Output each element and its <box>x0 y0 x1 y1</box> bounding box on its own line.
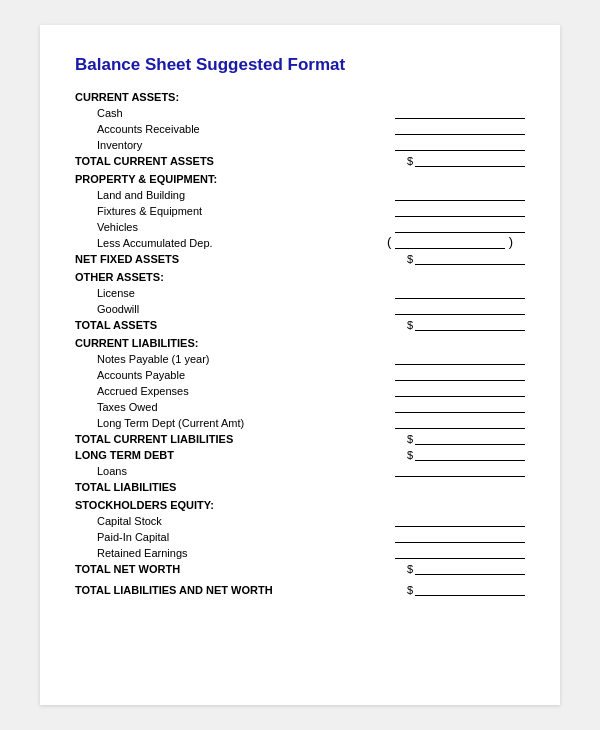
label-net-fixed-assets: NET FIXED ASSETS <box>75 253 179 265</box>
label-long-term-debt: LONG TERM DEBT <box>75 449 174 461</box>
field-total-net-worth[interactable] <box>415 561 525 575</box>
field-total-assets[interactable] <box>415 317 525 331</box>
field-loans[interactable] <box>395 463 525 477</box>
field-goodwill[interactable] <box>395 301 525 315</box>
net-fixed-assets-row: NET FIXED ASSETS $ <box>75 251 525 265</box>
label-capital-stock: Capital Stock <box>75 515 162 527</box>
line-item-land-building: Land and Building <box>75 187 525 201</box>
line-item-long-term-dept: Long Term Dept (Current Amt) <box>75 415 525 429</box>
line-item-cash: Cash <box>75 105 525 119</box>
label-total-liabilities: TOTAL LIABILITIES <box>75 481 176 493</box>
field-accrued-expenses[interactable] <box>395 383 525 397</box>
section-property-equipment: PROPERTY & EQUIPMENT: <box>75 173 525 185</box>
line-item-accumulated-dep: Less Accumulated Dep. <box>75 235 525 249</box>
label-vehicles: Vehicles <box>75 221 138 233</box>
line-item-accounts-payable: Accounts Payable <box>75 367 525 381</box>
total-field-assets: $ <box>407 317 525 331</box>
page-title: Balance Sheet Suggested Format <box>75 55 525 75</box>
line-item-loans: Loans <box>75 463 525 477</box>
label-total-current-assets: TOTAL CURRENT ASSETS <box>75 155 214 167</box>
field-long-term-dept[interactable] <box>395 415 525 429</box>
long-term-debt-header-row: LONG TERM DEBT $ <box>75 447 525 461</box>
field-notes-payable[interactable] <box>395 351 525 365</box>
label-notes-payable: Notes Payable (1 year) <box>75 353 210 365</box>
label-accrued-expenses: Accrued Expenses <box>75 385 189 397</box>
label-land-building: Land and Building <box>75 189 185 201</box>
total-field-net-fixed-assets: $ <box>407 251 525 265</box>
field-license[interactable] <box>395 285 525 299</box>
total-net-worth-row: TOTAL NET WORTH $ <box>75 561 525 575</box>
total-assets-row: TOTAL ASSETS $ <box>75 317 525 331</box>
line-item-goodwill: Goodwill <box>75 301 525 315</box>
total-field-long-term-debt: $ <box>407 447 525 461</box>
total-field-current-assets: $ <box>407 153 525 167</box>
line-item-taxes-owed: Taxes Owed <box>75 399 525 413</box>
line-item-fixtures-equipment: Fixtures & Equipment <box>75 203 525 217</box>
balance-sheet-page: Balance Sheet Suggested Format CURRENT A… <box>40 25 560 705</box>
total-field-current-liabilities: $ <box>407 431 525 445</box>
label-license: License <box>75 287 135 299</box>
section-current-liabilities: CURRENT LIABILITIES: <box>75 337 525 349</box>
line-item-accrued-expenses: Accrued Expenses <box>75 383 525 397</box>
label-accounts-payable: Accounts Payable <box>75 369 185 381</box>
label-retained-earnings: Retained Earnings <box>75 547 188 559</box>
label-paid-in-capital: Paid-In Capital <box>75 531 169 543</box>
field-accounts-receivable[interactable] <box>395 121 525 135</box>
label-taxes-owed: Taxes Owed <box>75 401 158 413</box>
line-item-retained-earnings: Retained Earnings <box>75 545 525 559</box>
label-cash: Cash <box>75 107 123 119</box>
line-item-capital-stock: Capital Stock <box>75 513 525 527</box>
field-vehicles[interactable] <box>395 219 525 233</box>
total-liabilities-row: TOTAL LIABILITIES <box>75 479 525 493</box>
field-taxes-owed[interactable] <box>395 399 525 413</box>
total-field-net-worth: $ <box>407 561 525 575</box>
section-other-assets: OTHER ASSETS: <box>75 271 525 283</box>
field-total-current-assets[interactable] <box>415 153 525 167</box>
label-total-current-liabilities: TOTAL CURRENT LIABILITIES <box>75 433 233 445</box>
total-field-liabilities-net-worth: $ <box>407 582 525 596</box>
label-total-net-worth: TOTAL NET WORTH <box>75 563 180 575</box>
line-item-inventory: Inventory <box>75 137 525 151</box>
label-long-term-dept: Long Term Dept (Current Amt) <box>75 417 244 429</box>
field-total-liabilities-spacer <box>415 479 525 493</box>
section-stockholders-equity: STOCKHOLDERS EQUITY: <box>75 499 525 511</box>
field-cash[interactable] <box>395 105 525 119</box>
paren-box <box>395 235 505 249</box>
section-current-assets: CURRENT ASSETS: <box>75 91 525 103</box>
line-item-notes-payable: Notes Payable (1 year) <box>75 351 525 365</box>
field-total-liabilities-net-worth[interactable] <box>415 582 525 596</box>
field-capital-stock[interactable] <box>395 513 525 527</box>
label-accumulated-dep: Less Accumulated Dep. <box>75 237 213 249</box>
field-long-term-debt[interactable] <box>415 447 525 461</box>
line-item-accounts-receivable: Accounts Receivable <box>75 121 525 135</box>
label-inventory: Inventory <box>75 139 142 151</box>
total-field-liabilities <box>413 479 525 493</box>
field-total-current-liabilities[interactable] <box>415 431 525 445</box>
line-item-vehicles: Vehicles <box>75 219 525 233</box>
field-accounts-payable[interactable] <box>395 367 525 381</box>
field-inventory[interactable] <box>395 137 525 151</box>
field-accumulated-dep[interactable] <box>395 235 525 249</box>
label-loans: Loans <box>75 465 127 477</box>
field-paid-in-capital[interactable] <box>395 529 525 543</box>
line-item-paid-in-capital: Paid-In Capital <box>75 529 525 543</box>
total-current-liabilities-row: TOTAL CURRENT LIABILITIES $ <box>75 431 525 445</box>
field-retained-earnings[interactable] <box>395 545 525 559</box>
label-goodwill: Goodwill <box>75 303 139 315</box>
field-fixtures-equipment[interactable] <box>395 203 525 217</box>
label-fixtures-equipment: Fixtures & Equipment <box>75 205 202 217</box>
label-accounts-receivable: Accounts Receivable <box>75 123 200 135</box>
label-total-assets: TOTAL ASSETS <box>75 319 157 331</box>
field-land-building[interactable] <box>395 187 525 201</box>
total-liabilities-net-worth-row: TOTAL LIABILITIES AND NET WORTH $ <box>75 582 525 596</box>
line-item-license: License <box>75 285 525 299</box>
field-net-fixed-assets[interactable] <box>415 251 525 265</box>
total-current-assets-row: TOTAL CURRENT ASSETS $ <box>75 153 525 167</box>
label-total-liabilities-net-worth: TOTAL LIABILITIES AND NET WORTH <box>75 584 273 596</box>
